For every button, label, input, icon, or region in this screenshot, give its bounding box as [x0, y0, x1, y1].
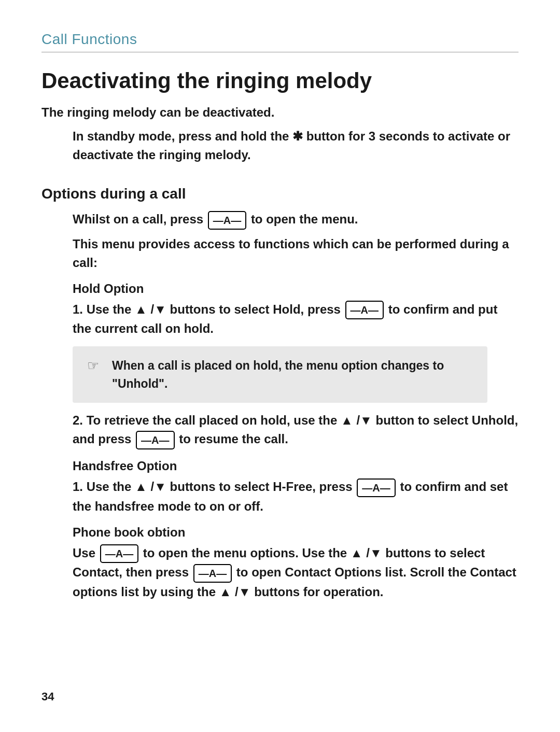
options-intro-line2: This menu provides access to functions w…	[73, 235, 519, 272]
phonebook-option-label: Phone book obtion	[73, 525, 519, 540]
hold-step2: 2. To retrieve the call placed on hold, …	[73, 411, 519, 449]
note-text: When a call is placed on hold, the menu …	[112, 357, 473, 392]
deactivating-instruction: In standby mode, press and hold the ✱ bu…	[73, 127, 519, 164]
btn-a-handsfree: —A—	[357, 478, 395, 497]
btn-a-1: —A—	[208, 211, 246, 230]
note-icon: ☞	[87, 358, 104, 374]
hold-option-label: Hold Option	[73, 281, 519, 296]
handsfree-step1-text: 1. Use the ▲ /▼ buttons to select H-Free…	[73, 477, 519, 516]
section-title: Call Functions	[41, 31, 137, 47]
hold-note-box: ☞ When a call is placed on hold, the men…	[73, 346, 487, 403]
page-number: 34	[41, 690, 54, 703]
hold-step1: 1. Use the ▲ /▼ buttons to select Hold, …	[73, 300, 519, 339]
options-intro-2-text: to open the menu.	[251, 212, 358, 226]
hold-step2-text: 2. To retrieve the call placed on hold, …	[73, 411, 519, 449]
options-intro-line1: Whilst on a call, press —A— to open the …	[73, 210, 519, 230]
btn-a-phonebook2: —A—	[193, 564, 232, 583]
options-intro-1-text: Whilst on a call, press	[73, 212, 203, 226]
page-header: Call Functions	[41, 31, 519, 52]
phonebook-option-text: Use —A— to open the menu options. Use th…	[73, 544, 519, 601]
deactivating-instruction-block: In standby mode, press and hold the ✱ bu…	[73, 127, 519, 164]
btn-a-phonebook1: —A—	[100, 544, 138, 563]
hold-step1-text: 1. Use the ▲ /▼ buttons to select Hold, …	[73, 300, 519, 339]
handsfree-option-label: Handsfree Option	[73, 459, 519, 473]
handsfree-step1: 1. Use the ▲ /▼ buttons to select H-Free…	[73, 477, 519, 516]
btn-a-hold: —A—	[345, 301, 384, 319]
deactivating-intro: The ringing melody can be deactivated.	[41, 103, 519, 122]
options-heading: Options during a call	[41, 185, 519, 203]
main-heading: Deactivating the ringing melody	[41, 68, 519, 94]
btn-a-hold2: —A—	[136, 431, 174, 449]
